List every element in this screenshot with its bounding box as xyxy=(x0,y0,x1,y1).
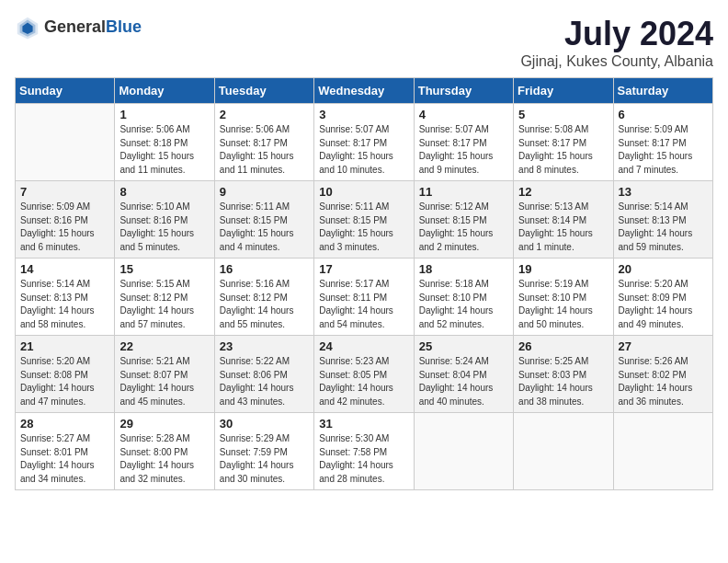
header-sunday: Sunday xyxy=(16,78,115,104)
calendar-week-row: 1Sunrise: 5:06 AM Sunset: 8:18 PM Daylig… xyxy=(16,104,713,181)
day-info: Sunrise: 5:09 AM Sunset: 8:17 PM Dayligh… xyxy=(619,123,708,177)
day-info: Sunrise: 5:08 AM Sunset: 8:17 PM Dayligh… xyxy=(518,123,608,177)
day-number: 11 xyxy=(419,185,508,199)
day-info: Sunrise: 5:23 AM Sunset: 8:05 PM Dayligh… xyxy=(319,355,408,408)
logo-icon xyxy=(15,15,40,40)
day-number: 9 xyxy=(220,185,309,199)
day-info: Sunrise: 5:11 AM Sunset: 8:15 PM Dayligh… xyxy=(220,201,309,254)
calendar-week-row: 7Sunrise: 5:09 AM Sunset: 8:16 PM Daylig… xyxy=(16,181,713,259)
month-title: July 2024 xyxy=(520,15,713,53)
calendar-cell: 1Sunrise: 5:06 AM Sunset: 8:18 PM Daylig… xyxy=(115,104,214,181)
location-title: Gjinaj, Kukes County, Albania xyxy=(520,53,713,70)
day-info: Sunrise: 5:20 AM Sunset: 8:09 PM Dayligh… xyxy=(619,278,708,331)
calendar-cell: 22Sunrise: 5:21 AM Sunset: 8:07 PM Dayli… xyxy=(115,336,214,413)
calendar-cell xyxy=(514,413,613,490)
calendar-cell: 10Sunrise: 5:11 AM Sunset: 8:15 PM Dayli… xyxy=(314,181,414,259)
day-number: 25 xyxy=(419,339,508,353)
logo-text-block: GeneralBlue xyxy=(44,18,142,37)
header-monday: Monday xyxy=(115,78,214,104)
day-number: 2 xyxy=(220,108,309,121)
day-info: Sunrise: 5:27 AM Sunset: 8:01 PM Dayligh… xyxy=(20,432,109,486)
day-info: Sunrise: 5:25 AM Sunset: 8:03 PM Dayligh… xyxy=(518,355,608,408)
logo: GeneralBlue xyxy=(15,15,142,40)
calendar-cell: 12Sunrise: 5:13 AM Sunset: 8:14 PM Dayli… xyxy=(514,181,613,259)
calendar-cell: 31Sunrise: 5:30 AM Sunset: 7:58 PM Dayli… xyxy=(314,413,414,490)
day-info: Sunrise: 5:19 AM Sunset: 8:10 PM Dayligh… xyxy=(518,278,608,331)
calendar-cell: 18Sunrise: 5:18 AM Sunset: 8:10 PM Dayli… xyxy=(414,259,513,336)
day-number: 12 xyxy=(518,185,608,199)
day-info: Sunrise: 5:14 AM Sunset: 8:13 PM Dayligh… xyxy=(20,278,109,331)
calendar-table: SundayMondayTuesdayWednesdayThursdayFrid… xyxy=(15,77,713,490)
calendar-cell: 15Sunrise: 5:15 AM Sunset: 8:12 PM Dayli… xyxy=(115,259,214,336)
day-number: 16 xyxy=(220,262,309,276)
day-number: 6 xyxy=(619,108,708,121)
calendar-header-row: SundayMondayTuesdayWednesdayThursdayFrid… xyxy=(16,78,713,104)
calendar-cell: 26Sunrise: 5:25 AM Sunset: 8:03 PM Dayli… xyxy=(514,336,613,413)
day-number: 26 xyxy=(518,339,608,353)
calendar-cell: 13Sunrise: 5:14 AM Sunset: 8:13 PM Dayli… xyxy=(613,181,712,259)
day-number: 13 xyxy=(619,185,708,199)
day-info: Sunrise: 5:09 AM Sunset: 8:16 PM Dayligh… xyxy=(20,201,109,254)
calendar-cell: 11Sunrise: 5:12 AM Sunset: 8:15 PM Dayli… xyxy=(414,181,513,259)
day-info: Sunrise: 5:20 AM Sunset: 8:08 PM Dayligh… xyxy=(20,355,109,408)
day-number: 3 xyxy=(319,108,408,121)
day-number: 28 xyxy=(20,417,109,431)
day-number: 29 xyxy=(119,417,209,431)
day-info: Sunrise: 5:16 AM Sunset: 8:12 PM Dayligh… xyxy=(220,278,309,331)
day-number: 22 xyxy=(119,339,209,353)
calendar-cell: 5Sunrise: 5:08 AM Sunset: 8:17 PM Daylig… xyxy=(514,104,613,181)
day-number: 5 xyxy=(518,108,608,121)
day-info: Sunrise: 5:22 AM Sunset: 8:06 PM Dayligh… xyxy=(220,355,309,408)
day-info: Sunrise: 5:14 AM Sunset: 8:13 PM Dayligh… xyxy=(619,201,708,254)
header-thursday: Thursday xyxy=(414,78,513,104)
day-number: 17 xyxy=(319,262,408,276)
page-header: GeneralBlue July 2024 Gjinaj, Kukes Coun… xyxy=(15,15,713,70)
day-number: 15 xyxy=(119,262,209,276)
day-info: Sunrise: 5:24 AM Sunset: 8:04 PM Dayligh… xyxy=(419,355,508,408)
calendar-cell: 24Sunrise: 5:23 AM Sunset: 8:05 PM Dayli… xyxy=(314,336,414,413)
calendar-cell: 7Sunrise: 5:09 AM Sunset: 8:16 PM Daylig… xyxy=(16,181,115,259)
day-number: 21 xyxy=(20,339,109,353)
day-number: 8 xyxy=(119,185,209,199)
day-number: 10 xyxy=(319,185,408,199)
day-info: Sunrise: 5:13 AM Sunset: 8:14 PM Dayligh… xyxy=(518,201,608,254)
calendar-cell: 14Sunrise: 5:14 AM Sunset: 8:13 PM Dayli… xyxy=(16,259,115,336)
day-info: Sunrise: 5:06 AM Sunset: 8:17 PM Dayligh… xyxy=(220,123,309,177)
day-number: 14 xyxy=(20,262,109,276)
calendar-cell: 21Sunrise: 5:20 AM Sunset: 8:08 PM Dayli… xyxy=(16,336,115,413)
day-number: 7 xyxy=(20,185,109,199)
day-number: 20 xyxy=(619,262,708,276)
calendar-cell: 4Sunrise: 5:07 AM Sunset: 8:17 PM Daylig… xyxy=(414,104,513,181)
day-number: 24 xyxy=(319,339,408,353)
day-number: 27 xyxy=(619,339,708,353)
calendar-week-row: 14Sunrise: 5:14 AM Sunset: 8:13 PM Dayli… xyxy=(16,259,713,336)
logo-general: GeneralBlue xyxy=(44,18,142,37)
calendar-cell: 16Sunrise: 5:16 AM Sunset: 8:12 PM Dayli… xyxy=(214,259,313,336)
calendar-cell: 2Sunrise: 5:06 AM Sunset: 8:17 PM Daylig… xyxy=(214,104,313,181)
calendar-cell: 19Sunrise: 5:19 AM Sunset: 8:10 PM Dayli… xyxy=(514,259,613,336)
calendar-cell xyxy=(613,413,712,490)
header-tuesday: Tuesday xyxy=(214,78,313,104)
day-info: Sunrise: 5:06 AM Sunset: 8:18 PM Dayligh… xyxy=(119,123,209,177)
calendar-cell: 27Sunrise: 5:26 AM Sunset: 8:02 PM Dayli… xyxy=(613,336,712,413)
day-info: Sunrise: 5:18 AM Sunset: 8:10 PM Dayligh… xyxy=(419,278,508,331)
day-info: Sunrise: 5:07 AM Sunset: 8:17 PM Dayligh… xyxy=(419,123,508,177)
day-info: Sunrise: 5:21 AM Sunset: 8:07 PM Dayligh… xyxy=(119,355,209,408)
day-info: Sunrise: 5:29 AM Sunset: 7:59 PM Dayligh… xyxy=(220,432,309,486)
calendar-cell xyxy=(16,104,115,181)
calendar-cell: 17Sunrise: 5:17 AM Sunset: 8:11 PM Dayli… xyxy=(314,259,414,336)
calendar-week-row: 21Sunrise: 5:20 AM Sunset: 8:08 PM Dayli… xyxy=(16,336,713,413)
title-block: July 2024 Gjinaj, Kukes County, Albania xyxy=(520,15,713,70)
calendar-cell: 9Sunrise: 5:11 AM Sunset: 8:15 PM Daylig… xyxy=(214,181,313,259)
day-number: 4 xyxy=(419,108,508,121)
calendar-cell: 23Sunrise: 5:22 AM Sunset: 8:06 PM Dayli… xyxy=(214,336,313,413)
header-saturday: Saturday xyxy=(613,78,712,104)
day-info: Sunrise: 5:30 AM Sunset: 7:58 PM Dayligh… xyxy=(319,432,408,486)
calendar-cell xyxy=(414,413,513,490)
day-number: 23 xyxy=(220,339,309,353)
calendar-cell: 29Sunrise: 5:28 AM Sunset: 8:00 PM Dayli… xyxy=(115,413,214,490)
day-info: Sunrise: 5:07 AM Sunset: 8:17 PM Dayligh… xyxy=(319,123,408,177)
day-info: Sunrise: 5:12 AM Sunset: 8:15 PM Dayligh… xyxy=(419,201,508,254)
calendar-week-row: 28Sunrise: 5:27 AM Sunset: 8:01 PM Dayli… xyxy=(16,413,713,490)
calendar-cell: 20Sunrise: 5:20 AM Sunset: 8:09 PM Dayli… xyxy=(613,259,712,336)
